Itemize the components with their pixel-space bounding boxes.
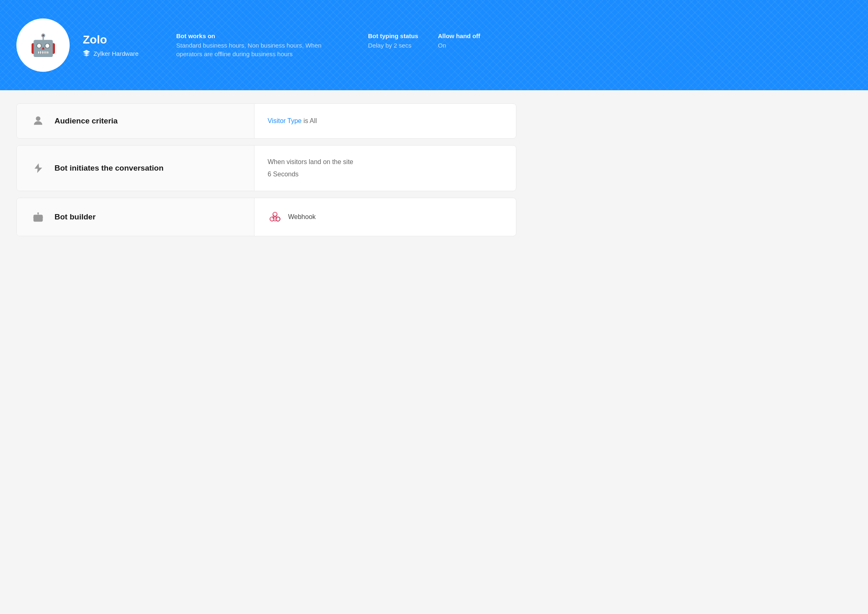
svg-point-3 xyxy=(38,213,39,214)
webhook-icon xyxy=(268,210,282,224)
webhook-container: Webhook xyxy=(268,210,503,224)
bot-works-on-group: Bot works on Standard business hours, No… xyxy=(176,32,348,58)
bot-meta: Bot works on Standard business hours, No… xyxy=(176,32,480,58)
bot-initiates-left: Bot initiates the conversation xyxy=(17,146,254,191)
visitor-type-is-all: is All xyxy=(302,117,317,124)
bot-initiates-card[interactable]: Bot initiates the conversation When visi… xyxy=(16,145,516,191)
visitor-type-link[interactable]: Visitor Type xyxy=(268,117,302,124)
company-name: Zylker Hardware xyxy=(93,50,139,57)
allow-hand-off-label: Allow hand off xyxy=(438,32,480,39)
bot-builder-card[interactable]: Bot builder Webhook xyxy=(16,198,516,236)
allow-hand-off-group: Allow hand off On xyxy=(438,32,480,58)
bot-avatar: 🤖 xyxy=(16,18,70,72)
audience-criteria-title: Audience criteria xyxy=(55,116,118,126)
svg-point-1 xyxy=(36,117,40,121)
header: 🤖 Zolo Zylker Hardware Bot works on Stan… xyxy=(0,0,868,90)
audience-person-icon xyxy=(30,115,46,127)
bot-initiates-title: Bot initiates the conversation xyxy=(55,164,164,173)
bot-typing-status-label: Bot typing status xyxy=(368,32,418,39)
bot-builder-left: Bot builder xyxy=(17,198,254,236)
bot-typing-status-value: Delay by 2 secs xyxy=(368,41,418,50)
svg-rect-2 xyxy=(34,215,43,221)
layers-icon xyxy=(83,50,90,57)
bot-name: Zolo xyxy=(83,33,139,46)
bot-builder-right: Webhook xyxy=(254,198,516,236)
bot-initiates-right: When visitors land on the site 6 Seconds xyxy=(254,146,516,191)
audience-criteria-right: Visitor Type is All xyxy=(254,104,516,138)
main-content: Audience criteria Visitor Type is All Bo… xyxy=(0,90,533,249)
bot-company: Zylker Hardware xyxy=(83,50,139,57)
bot-builder-title: Bot builder xyxy=(55,212,95,221)
bot-typing-status-group: Bot typing status Delay by 2 secs xyxy=(368,32,418,58)
bot-works-on-label: Bot works on xyxy=(176,32,348,39)
bot-builder-icon xyxy=(30,211,46,223)
bot-info: Zolo Zylker Hardware xyxy=(83,33,139,57)
audience-criteria-card[interactable]: Audience criteria Visitor Type is All xyxy=(16,103,516,139)
bot-initiates-line1: When visitors land on the site xyxy=(268,157,503,167)
audience-criteria-left: Audience criteria xyxy=(17,104,254,138)
bot-avatar-icon: 🤖 xyxy=(30,33,57,58)
allow-hand-off-value: On xyxy=(438,41,480,50)
bot-works-on-value: Standard business hours, Non business ho… xyxy=(176,41,348,58)
bot-initiates-line2: 6 Seconds xyxy=(268,169,503,179)
bolt-icon xyxy=(30,162,46,174)
svg-rect-4 xyxy=(36,217,37,218)
webhook-label: Webhook xyxy=(288,213,316,221)
svg-rect-5 xyxy=(39,217,41,218)
audience-criteria-value: Visitor Type is All xyxy=(268,117,503,125)
